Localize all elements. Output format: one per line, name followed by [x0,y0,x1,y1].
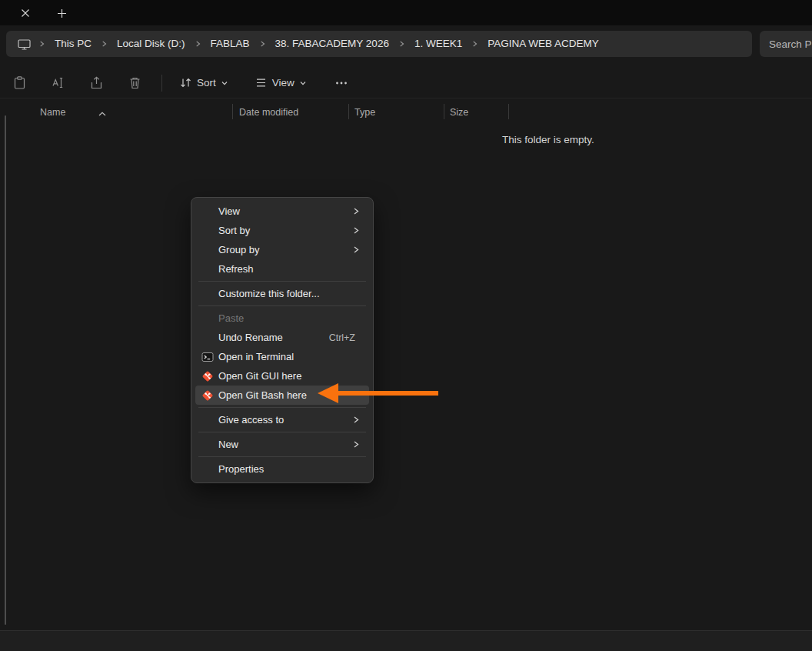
menu-item-label: Paste [218,312,363,324]
chevron-right-icon [352,245,363,254]
view-label: View [272,77,295,88]
chevron-right-icon [352,440,363,449]
pane-divider[interactable] [5,115,6,625]
menu-item-label: Undo Rename [218,332,329,343]
menu-item-label: Refresh [218,263,363,275]
status-bar [0,630,812,651]
view-dropdown[interactable]: View [247,70,314,96]
sort-ascending-icon [98,105,106,119]
menu-item-view[interactable]: View [195,202,369,221]
column-header-row: Name Date modified Type Size [18,102,508,122]
column-divider[interactable] [508,104,509,119]
menu-item-new[interactable]: New [195,435,369,454]
chevron-down-icon [221,79,228,87]
menu-separator [198,432,366,432]
menu-item-label: Open Git Bash here [218,389,363,401]
column-header-size[interactable]: Size [444,102,508,122]
column-divider[interactable] [348,104,349,119]
paste-icon[interactable] [6,70,32,96]
menu-separator [198,281,366,282]
column-label: Size [450,107,468,118]
column-header-name[interactable]: Name [18,102,232,122]
breadcrumb-pagina-web-acdemy[interactable]: PAGINA WEB ACDEMY [481,31,606,57]
column-label: Type [354,107,375,118]
menu-separator [198,407,366,408]
git-icon [200,389,218,402]
menu-item-open-in-terminal[interactable]: Open in Terminal [195,347,369,366]
breadcrumb-fablab[interactable]: FABLAB [204,31,257,57]
chevron-right-icon[interactable] [469,40,481,48]
menu-separator [198,456,366,457]
rename-icon[interactable] [45,70,71,96]
menu-item-group-by[interactable]: Group by [195,240,369,259]
terminal-icon [200,351,218,363]
more-icon[interactable] [328,70,354,96]
menu-item-label: New [218,439,352,450]
command-toolbar: Sort View [0,68,812,98]
menu-item-shortcut: Ctrl+Z [329,332,363,343]
chevron-right-icon[interactable] [257,40,268,48]
column-divider[interactable] [232,104,233,119]
new-tab-icon[interactable] [52,4,71,22]
column-divider[interactable] [444,104,444,119]
menu-item-label: Group by [218,244,352,255]
chevron-right-icon[interactable] [192,40,204,48]
sort-label: Sort [197,77,216,88]
share-icon[interactable] [83,70,109,96]
menu-item-customize-this-folder[interactable]: Customize this folder... [195,284,369,303]
sort-dropdown[interactable]: Sort [171,70,236,96]
address-bar[interactable]: This PC Local Disk (D:) FABLAB 38. FABAC… [6,31,752,57]
close-tab-icon[interactable] [16,4,35,22]
chevron-right-icon [352,226,363,235]
menu-item-label: Open in Terminal [218,351,363,362]
chevron-right-icon[interactable] [98,40,110,48]
git-icon [200,370,218,382]
breadcrumb-this-pc[interactable]: This PC [48,31,98,57]
menu-item-label: Customize this folder... [218,288,363,299]
chevron-right-icon [352,207,363,215]
chevron-right-icon[interactable] [36,40,48,48]
menu-item-label: Sort by [218,225,352,236]
menu-item-label: Properties [218,463,363,475]
column-header-type[interactable]: Type [348,102,444,122]
breadcrumb-local-disk-d[interactable]: Local Disk (D:) [110,31,192,57]
menu-item-give-access-to[interactable]: Give access to [195,410,369,429]
search-placeholder-text: Search P [769,38,812,50]
explorer-window: This PC Local Disk (D:) FABLAB 38. FABAC… [0,0,812,651]
search-input[interactable]: Search P [760,31,812,57]
menu-item-sort-by[interactable]: Sort by [195,221,369,240]
chevron-right-icon [352,416,363,424]
chevron-down-icon [299,79,307,87]
column-header-date-modified[interactable]: Date modified [232,102,348,122]
tab-bar [0,0,812,25]
breadcrumb-fabacademy-2026[interactable]: 38. FABACADEMY 2026 [268,31,396,57]
chevron-right-icon[interactable] [396,40,408,48]
this-pc-icon [17,37,36,52]
menu-item-undo-rename[interactable]: Undo Rename Ctrl+Z [195,328,369,347]
column-label: Date modified [239,107,298,118]
column-label: Name [40,107,65,118]
menu-item-refresh[interactable]: Refresh [195,259,369,279]
empty-folder-message: This folder is empty. [502,134,594,145]
menu-item-label: Give access to [218,414,352,426]
menu-item-properties[interactable]: Properties [195,459,369,479]
menu-item-open-git-bash-here[interactable]: Open Git Bash here [195,386,369,405]
delete-icon[interactable] [121,70,148,96]
menu-item-label: Open Git GUI here [218,370,363,382]
menu-separator [198,305,366,306]
menu-item-open-git-gui-here[interactable]: Open Git GUI here [195,366,369,386]
toolbar-divider [161,75,162,92]
menu-item-label: View [218,205,352,217]
breadcrumb-week1[interactable]: 1. WEEK1 [408,31,469,57]
context-menu: View Sort by Group by Refresh Customize … [191,197,374,483]
menu-item-paste: Paste [195,309,369,328]
